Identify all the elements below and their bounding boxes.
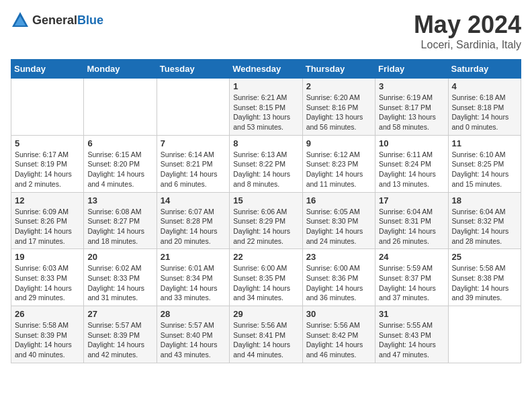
calendar-cell: 16Sunrise: 6:05 AM Sunset: 8:30 PM Dayli… [302,192,375,249]
day-content: Sunrise: 5:56 AM Sunset: 8:42 PM Dayligh… [306,320,371,360]
day-content: Sunrise: 6:15 AM Sunset: 8:20 PM Dayligh… [87,150,152,189]
header-saturday: Saturday [448,60,521,79]
calendar-cell [157,79,229,136]
header: GeneralBlue May 2024 Loceri, Sardinia, I… [11,11,521,51]
day-number: 10 [379,138,444,148]
day-content: Sunrise: 6:06 AM Sunset: 8:29 PM Dayligh… [233,207,298,246]
calendar-cell: 26Sunrise: 5:58 AM Sunset: 8:39 PM Dayli… [11,306,84,363]
day-content: Sunrise: 6:02 AM Sunset: 8:33 PM Dayligh… [87,263,152,303]
day-content: Sunrise: 6:14 AM Sunset: 8:21 PM Dayligh… [161,150,226,189]
calendar-cell: 8Sunrise: 6:13 AM Sunset: 8:22 PM Daylig… [230,135,302,192]
day-content: Sunrise: 5:55 AM Sunset: 8:43 PM Dayligh… [379,320,444,360]
calendar-cell: 6Sunrise: 6:15 AM Sunset: 8:20 PM Daylig… [84,135,157,192]
day-content: Sunrise: 6:07 AM Sunset: 8:28 PM Dayligh… [161,207,226,246]
day-number: 18 [452,195,517,205]
day-number: 27 [87,309,152,319]
logo-icon [11,11,30,30]
header-friday: Friday [375,60,448,79]
day-content: Sunrise: 5:59 AM Sunset: 8:37 PM Dayligh… [379,263,444,303]
day-content: Sunrise: 6:11 AM Sunset: 8:24 PM Dayligh… [379,150,444,189]
calendar-cell: 19Sunrise: 6:03 AM Sunset: 8:33 PM Dayli… [11,249,84,306]
day-content: Sunrise: 5:58 AM Sunset: 8:39 PM Dayligh… [15,320,80,360]
calendar-cell: 22Sunrise: 6:00 AM Sunset: 8:35 PM Dayli… [230,249,302,306]
calendar-cell: 25Sunrise: 5:58 AM Sunset: 8:38 PM Dayli… [448,249,521,306]
day-number: 2 [306,81,371,91]
calendar-cell: 5Sunrise: 6:17 AM Sunset: 8:19 PM Daylig… [11,135,84,192]
calendar-week-5: 26Sunrise: 5:58 AM Sunset: 8:39 PM Dayli… [11,306,521,363]
calendar-week-3: 12Sunrise: 6:09 AM Sunset: 8:26 PM Dayli… [11,192,521,249]
day-number: 15 [233,195,298,205]
calendar-week-1: 1Sunrise: 6:21 AM Sunset: 8:15 PM Daylig… [11,79,521,136]
day-number: 26 [15,309,80,319]
day-content: Sunrise: 6:21 AM Sunset: 8:15 PM Dayligh… [233,93,298,132]
logo: GeneralBlue [11,11,103,30]
calendar-cell: 20Sunrise: 6:02 AM Sunset: 8:33 PM Dayli… [84,249,157,306]
logo-blue: Blue [77,13,103,27]
day-content: Sunrise: 6:00 AM Sunset: 8:35 PM Dayligh… [233,263,298,303]
calendar-cell: 30Sunrise: 5:56 AM Sunset: 8:42 PM Dayli… [302,306,375,363]
calendar-cell: 1Sunrise: 6:21 AM Sunset: 8:15 PM Daylig… [230,79,302,136]
header-row: Sunday Monday Tuesday Wednesday Thursday… [11,60,521,79]
day-content: Sunrise: 5:57 AM Sunset: 8:39 PM Dayligh… [87,320,152,360]
day-content: Sunrise: 6:05 AM Sunset: 8:30 PM Dayligh… [306,207,371,246]
calendar-cell: 31Sunrise: 5:55 AM Sunset: 8:43 PM Dayli… [375,306,448,363]
calendar-cell [448,306,521,363]
day-number: 13 [87,195,152,205]
calendar-title: May 2024 [414,11,521,39]
logo-general: General [32,13,77,27]
day-content: Sunrise: 6:13 AM Sunset: 8:22 PM Dayligh… [233,150,298,189]
day-number: 19 [15,252,80,262]
day-number: 21 [161,252,226,262]
calendar-week-4: 19Sunrise: 6:03 AM Sunset: 8:33 PM Dayli… [11,249,521,306]
day-number: 17 [379,195,444,205]
day-number: 3 [379,81,444,91]
calendar-cell: 28Sunrise: 5:57 AM Sunset: 8:40 PM Dayli… [157,306,229,363]
calendar-cell: 15Sunrise: 6:06 AM Sunset: 8:29 PM Dayli… [230,192,302,249]
calendar-week-2: 5Sunrise: 6:17 AM Sunset: 8:19 PM Daylig… [11,135,521,192]
title-area: May 2024 Loceri, Sardinia, Italy [414,11,521,51]
calendar-cell: 9Sunrise: 6:12 AM Sunset: 8:23 PM Daylig… [302,135,375,192]
calendar-cell: 4Sunrise: 6:18 AM Sunset: 8:18 PM Daylig… [448,79,521,136]
day-number: 14 [161,195,226,205]
day-number: 30 [306,309,371,319]
day-content: Sunrise: 5:57 AM Sunset: 8:40 PM Dayligh… [161,320,226,360]
day-content: Sunrise: 6:04 AM Sunset: 8:32 PM Dayligh… [452,207,517,246]
day-number: 11 [452,138,517,148]
day-number: 16 [306,195,371,205]
day-content: Sunrise: 6:18 AM Sunset: 8:18 PM Dayligh… [452,93,517,132]
calendar-cell: 27Sunrise: 5:57 AM Sunset: 8:39 PM Dayli… [84,306,157,363]
logo-text: GeneralBlue [32,13,103,28]
calendar-header: Sunday Monday Tuesday Wednesday Thursday… [11,60,521,79]
day-content: Sunrise: 6:19 AM Sunset: 8:17 PM Dayligh… [379,93,444,132]
day-content: Sunrise: 6:12 AM Sunset: 8:23 PM Dayligh… [306,150,371,189]
day-number: 7 [161,138,226,148]
day-number: 25 [452,252,517,262]
calendar-cell: 3Sunrise: 6:19 AM Sunset: 8:17 PM Daylig… [375,79,448,136]
calendar-cell: 2Sunrise: 6:20 AM Sunset: 8:16 PM Daylig… [302,79,375,136]
header-tuesday: Tuesday [157,60,229,79]
header-thursday: Thursday [302,60,375,79]
calendar-cell: 13Sunrise: 6:08 AM Sunset: 8:27 PM Dayli… [84,192,157,249]
calendar-cell: 10Sunrise: 6:11 AM Sunset: 8:24 PM Dayli… [375,135,448,192]
day-number: 22 [233,252,298,262]
calendar-cell: 7Sunrise: 6:14 AM Sunset: 8:21 PM Daylig… [157,135,229,192]
header-sunday: Sunday [11,60,84,79]
calendar-cell: 14Sunrise: 6:07 AM Sunset: 8:28 PM Dayli… [157,192,229,249]
day-content: Sunrise: 6:08 AM Sunset: 8:27 PM Dayligh… [87,207,152,246]
calendar-cell: 29Sunrise: 5:56 AM Sunset: 8:41 PM Dayli… [230,306,302,363]
day-number: 23 [306,252,371,262]
day-number: 24 [379,252,444,262]
day-number: 20 [87,252,152,262]
day-content: Sunrise: 5:58 AM Sunset: 8:38 PM Dayligh… [452,263,517,303]
calendar-cell [84,79,157,136]
day-content: Sunrise: 6:09 AM Sunset: 8:26 PM Dayligh… [15,207,80,246]
day-content: Sunrise: 6:20 AM Sunset: 8:16 PM Dayligh… [306,93,371,132]
day-number: 29 [233,309,298,319]
calendar-body: 1Sunrise: 6:21 AM Sunset: 8:15 PM Daylig… [11,79,521,363]
day-number: 12 [15,195,80,205]
day-content: Sunrise: 5:56 AM Sunset: 8:41 PM Dayligh… [233,320,298,360]
day-number: 6 [87,138,152,148]
day-number: 8 [233,138,298,148]
day-content: Sunrise: 6:17 AM Sunset: 8:19 PM Dayligh… [15,150,80,189]
day-number: 5 [15,138,80,148]
